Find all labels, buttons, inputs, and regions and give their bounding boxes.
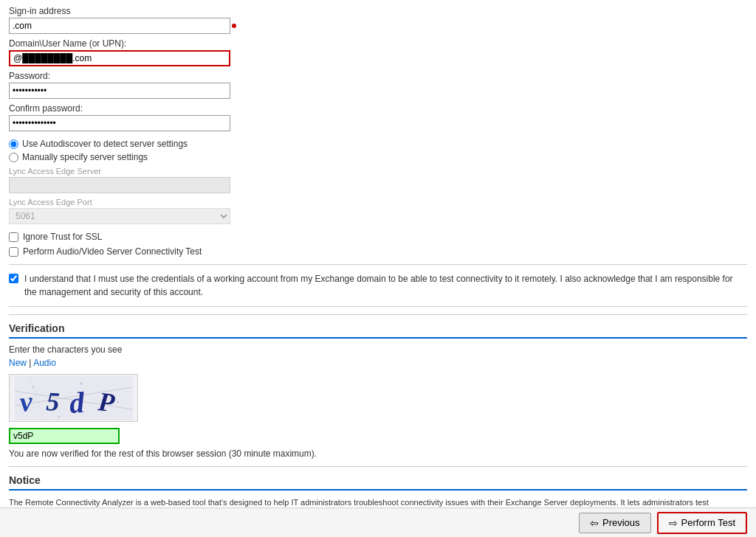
signin-address-label: Sign-in address [9,6,747,16]
confirm-password-group: Confirm password: [9,103,747,131]
previous-label: Previous [602,517,640,528]
captcha-links: New | Audio [9,358,747,368]
ignore-trust-label: Ignore Trust for SSL [23,232,102,242]
perform-test-button[interactable]: ⇨ Perform Test [657,512,747,534]
svg-point-9 [80,382,82,384]
new-captcha-link[interactable]: New [9,358,27,368]
autodiscover-radio[interactable] [9,139,18,149]
acknowledgment-text: I understand that I must use the credent… [24,272,747,299]
captcha-svg: v 5 d P [15,376,133,420]
svg-point-8 [32,387,34,388]
manual-label: Manually specify server settings [22,152,148,162]
captcha-image: v 5 d P [9,374,138,422]
verification-header: Verification [9,322,747,339]
previous-arrow-icon: ⇦ [590,517,599,529]
domain-username-label: Domain\User Name (or UPN): [9,38,747,49]
server-settings-group: Use Autodiscover to detect server settin… [9,139,747,162]
lync-server-label: Lync Access Edge Server [9,167,747,176]
verification-section: Verification Enter the characters you se… [9,314,747,459]
signin-address-input[interactable] [9,18,230,34]
main-content: Sign-in address Domain\User Name (or UPN… [0,0,756,537]
lync-port-group: Lync Access Edge Port 5061 [9,198,747,224]
password-group: Password: [9,71,747,99]
password-label: Password: [9,71,747,81]
svg-point-11 [58,416,60,418]
lync-port-select: 5061 [9,208,230,224]
footer-bar: ⇦ Previous ⇨ Perform Test [0,507,756,537]
notice-header: Notice [9,474,747,491]
perform-av-label: Perform Audio/Video Server Connectivity … [23,246,202,257]
confirm-password-input[interactable] [9,115,230,131]
autodiscover-label: Use Autodiscover to detect server settin… [22,139,188,149]
autodiscover-option: Use Autodiscover to detect server settin… [9,139,747,149]
lync-port-label: Lync Access Edge Port [9,198,747,207]
lync-server-input [9,177,230,193]
signin-address-group: Sign-in address [9,6,747,34]
perform-test-label: Perform Test [681,517,735,528]
audio-captcha-link[interactable]: Audio [33,358,56,368]
lync-server-group: Lync Access Edge Server [9,167,747,193]
domain-username-input[interactable] [9,50,230,66]
captcha-input[interactable]: v5dP [9,428,120,444]
verified-message: You are now verified for the rest of thi… [9,448,747,459]
acknowledgment-section: I understand that I must use the credent… [9,264,747,307]
password-input[interactable] [9,83,230,99]
svg-text:5: 5 [45,387,60,417]
ignore-trust-checkbox[interactable] [9,232,18,242]
domain-username-group: Domain\User Name (or UPN): [9,38,747,66]
previous-button[interactable]: ⇦ Previous [579,513,651,533]
acknowledgment-checkbox[interactable] [9,274,18,283]
perform-test-arrow-icon: ⇨ [669,517,678,529]
manual-option: Manually specify server settings [9,152,747,162]
perform-av-item: Perform Audio/Video Server Connectivity … [9,246,747,257]
acknowledgment-item: I understand that I must use the credent… [9,272,747,299]
options-group: Ignore Trust for SSL Perform Audio/Video… [9,232,747,257]
signin-input-wrapper [9,18,230,34]
perform-av-checkbox[interactable] [9,247,18,257]
confirm-password-label: Confirm password: [9,103,747,114]
ignore-trust-item: Ignore Trust for SSL [9,232,747,242]
svg-point-10 [117,401,119,403]
enter-chars-label: Enter the characters you see [9,344,747,355]
signin-error-indicator [232,24,236,28]
manual-radio[interactable] [9,153,18,162]
